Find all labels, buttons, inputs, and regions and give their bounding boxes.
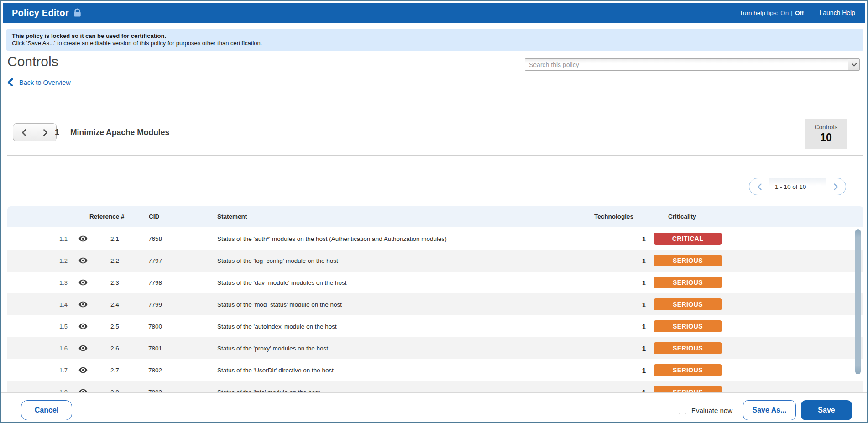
row-number: 1.2	[7, 257, 68, 264]
table-row[interactable]: 1.2 2.2 7797 Status of the 'log_config' …	[7, 250, 863, 272]
back-link-label: Back to Overview	[19, 79, 71, 86]
criticality-badge: SERIOUS	[654, 342, 722, 354]
table-row[interactable]: 1.4 2.4 7799 Status of the 'mod_status' …	[7, 293, 863, 315]
divider	[7, 155, 863, 156]
footer-bar: Cancel Evaluate now Save As... Save	[1, 392, 867, 423]
criticality-badge: SERIOUS	[654, 386, 722, 392]
column-header-cid: CID	[149, 213, 159, 220]
criticality-badge: SERIOUS	[654, 255, 722, 266]
preview-eye-icon[interactable]	[78, 279, 88, 286]
statement-text: Status of the 'mod_status' module on the…	[217, 301, 342, 308]
cancel-button[interactable]: Cancel	[21, 400, 72, 420]
controls-count-value: 10	[820, 131, 832, 144]
technologies-count: 1	[590, 257, 646, 265]
save-as-button[interactable]: Save As...	[743, 400, 796, 420]
table-row[interactable]: 1.7 2.7 7802 Status of the 'UserDir' dir…	[7, 359, 863, 381]
table-row[interactable]: 1.8 2.8 7803 Status of the 'info' module…	[7, 381, 863, 392]
help-tips-separator: |	[791, 10, 793, 16]
locked-policy-banner: This policy is locked so it can be used …	[6, 29, 863, 51]
save-button[interactable]: Save	[801, 400, 852, 420]
technologies-count: 1	[590, 388, 646, 393]
search-dropdown-button[interactable]	[848, 59, 859, 70]
technologies-count: 1	[590, 323, 646, 330]
previous-control-button[interactable]	[13, 124, 35, 141]
policy-editor-window: Policy Editor Turn help tips: On | Off L…	[0, 0, 868, 423]
help-tips-on[interactable]: On	[780, 10, 789, 16]
evaluate-now-checkbox[interactable]	[679, 407, 686, 414]
pagination-prev-button[interactable]	[749, 178, 769, 195]
cid-value: 7658	[148, 235, 162, 242]
column-header-statement: Statement	[217, 213, 247, 220]
chevron-down-icon	[852, 63, 857, 67]
preview-eye-icon[interactable]	[78, 235, 88, 242]
next-control-button[interactable]	[35, 124, 57, 141]
table-row[interactable]: 1.5 2.5 7800 Status of the 'autoindex' m…	[7, 315, 863, 337]
help-tips-off[interactable]: Off	[795, 10, 804, 16]
pagination-next-button[interactable]	[826, 178, 846, 195]
chevron-right-icon	[43, 129, 48, 136]
app-title: Policy Editor	[12, 8, 69, 18]
preview-eye-icon[interactable]	[78, 389, 88, 392]
lock-icon	[73, 8, 81, 17]
column-header-reference: Reference #	[89, 213, 125, 220]
technologies-count: 1	[590, 235, 646, 243]
preview-eye-icon[interactable]	[78, 257, 88, 264]
row-number: 1.8	[7, 389, 68, 393]
back-to-overview-link[interactable]: Back to Overview	[7, 78, 71, 86]
statement-text: Status of the 'autoindex' module on the …	[217, 323, 337, 330]
cid-value: 7798	[148, 279, 162, 286]
reference-value: 2.3	[110, 279, 119, 286]
banner-line1: This policy is locked so it can be used …	[12, 32, 858, 40]
criticality-badge: SERIOUS	[654, 298, 722, 310]
criticality-badge: SERIOUS	[654, 320, 722, 332]
reference-value: 2.7	[110, 367, 119, 374]
cid-value: 7797	[148, 257, 162, 264]
reference-value: 2.8	[110, 389, 119, 393]
table-row[interactable]: 1.1 2.1 7658 Status of the 'auth*' modul…	[7, 228, 863, 250]
help-tips-label: Turn help tips:	[739, 10, 778, 16]
pagination: 1 - 10 of 10	[749, 178, 846, 195]
table-row[interactable]: 1.3 2.3 7798 Status of the 'dav_module' …	[7, 272, 863, 293]
preview-eye-icon[interactable]	[78, 367, 88, 373]
chevron-left-icon	[21, 129, 26, 136]
cid-value: 7800	[148, 323, 162, 330]
reference-value: 2.1	[110, 235, 119, 242]
column-header-technologies: Technologies	[594, 213, 633, 220]
row-number: 1.4	[7, 301, 68, 308]
table-header: Reference # CID Statement Technologies C…	[7, 206, 863, 227]
help-tips-toggle: Turn help tips: On | Off	[739, 10, 804, 16]
preview-eye-icon[interactable]	[78, 323, 88, 329]
row-number: 1.1	[7, 235, 68, 242]
row-number: 1.3	[7, 279, 68, 286]
statement-text: Status of the 'log_config' module on the…	[217, 257, 338, 264]
row-number: 1.7	[7, 367, 68, 374]
statement-text: Status of the 'dav_module' modules on th…	[217, 279, 347, 286]
criticality-badge: CRITICAL	[654, 233, 722, 245]
table-row[interactable]: 1.6 2.6 7801 Status of the 'proxy' modul…	[7, 337, 863, 359]
evaluate-now-label: Evaluate now	[691, 407, 732, 414]
chevron-right-icon	[834, 183, 838, 190]
technologies-count: 1	[590, 301, 646, 308]
cid-value: 7801	[148, 345, 162, 352]
criticality-badge: SERIOUS	[654, 364, 722, 376]
reference-value: 2.4	[110, 301, 119, 308]
search-input[interactable]	[525, 59, 848, 70]
vertical-scrollbar-thumb[interactable]	[855, 229, 861, 374]
reference-value: 2.2	[110, 257, 119, 264]
column-header-criticality: Criticality	[668, 213, 696, 220]
search-combobox	[525, 58, 860, 71]
controls-count-box: Controls 10	[805, 119, 847, 149]
top-bar: Policy Editor Turn help tips: On | Off L…	[3, 3, 865, 23]
page-title: Controls	[7, 54, 58, 69]
technologies-count: 1	[590, 279, 646, 287]
preview-eye-icon[interactable]	[78, 345, 88, 351]
controls-count-label: Controls	[815, 124, 837, 131]
preview-eye-icon[interactable]	[78, 301, 88, 308]
control-number: 1	[55, 128, 59, 137]
technologies-count: 1	[590, 345, 646, 352]
launch-help-link[interactable]: Launch Help	[819, 9, 855, 16]
technologies-count: 1	[590, 366, 646, 374]
statement-text: Status of the 'proxy' modules on the hos…	[217, 345, 328, 352]
statement-text: Status of the 'info' module on the host	[217, 389, 320, 393]
criticality-badge: SERIOUS	[654, 277, 722, 288]
